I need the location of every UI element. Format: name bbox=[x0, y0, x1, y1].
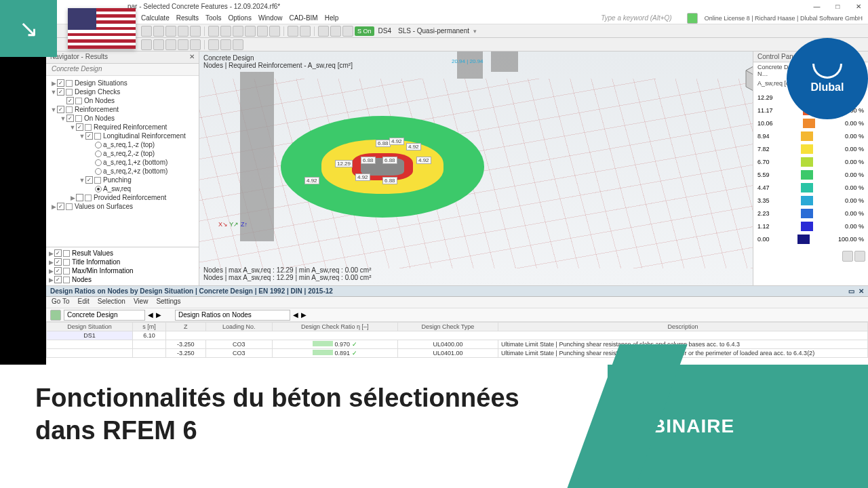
checkbox-icon[interactable] bbox=[57, 106, 64, 113]
checkbox-icon[interactable] bbox=[85, 132, 93, 140]
print-icon[interactable] bbox=[269, 26, 280, 37]
minimize-button[interactable]: — bbox=[807, 3, 826, 10]
tool-icon[interactable] bbox=[220, 39, 231, 50]
radio-icon[interactable] bbox=[95, 186, 102, 192]
tool-icon[interactable] bbox=[318, 26, 329, 37]
tree-toggle-icon[interactable]: ▼ bbox=[50, 89, 57, 96]
search-input[interactable]: Type a keyword (Alt+Q) bbox=[601, 14, 680, 22]
tree-item[interactable]: On Nodes bbox=[47, 96, 197, 105]
checkbox-icon[interactable] bbox=[66, 115, 74, 122]
tree-toggle-icon[interactable]: ▼ bbox=[79, 133, 85, 140]
tree-toggle-icon[interactable]: ▼ bbox=[69, 124, 76, 131]
menu-item[interactable]: Results bbox=[176, 14, 199, 22]
tree-item[interactable]: ▼Required Reinforcement bbox=[47, 123, 197, 131]
next-icon[interactable]: ▶ bbox=[301, 311, 307, 319]
col-header[interactable]: Description bbox=[498, 323, 868, 331]
menu-item[interactable]: Window bbox=[258, 14, 283, 22]
navigator-tree[interactable]: ▶Design Situations▼Design ChecksOn Nodes… bbox=[46, 76, 199, 247]
tool-icon[interactable] bbox=[178, 39, 189, 50]
radio-icon[interactable] bbox=[95, 168, 102, 175]
tree-toggle-icon[interactable]: ▼ bbox=[79, 177, 85, 184]
radio-icon[interactable] bbox=[95, 150, 102, 157]
tree-item[interactable]: ▼On Nodes bbox=[47, 114, 197, 123]
tree-toggle-icon[interactable]: ▶ bbox=[50, 203, 57, 210]
model-viewport[interactable]: Concrete Design Nodes | Required Reinfor… bbox=[199, 52, 753, 285]
checkbox-icon[interactable] bbox=[76, 194, 83, 201]
panel-close-icon[interactable]: ✕ bbox=[859, 287, 864, 295]
nav-option[interactable]: ▶Title Information bbox=[47, 258, 197, 266]
radio-icon[interactable] bbox=[95, 142, 102, 148]
tree-toggle-icon[interactable]: ▼ bbox=[50, 106, 57, 113]
panel-tool-icon[interactable] bbox=[854, 251, 865, 262]
menu-item[interactable]: CAD-BIM bbox=[289, 14, 317, 22]
redo-icon[interactable] bbox=[190, 26, 201, 37]
tree-item[interactable]: a_s,req,2,-z (top) bbox=[47, 149, 197, 158]
tree-item[interactable]: ▼Punching bbox=[47, 176, 197, 184]
addon-select[interactable]: Concrete Design bbox=[64, 310, 145, 321]
undo-icon[interactable] bbox=[178, 26, 189, 37]
menu-item[interactable]: Tools bbox=[205, 14, 221, 22]
tree-toggle-icon[interactable]: ▶ bbox=[69, 195, 76, 201]
checkbox-icon[interactable] bbox=[57, 79, 64, 87]
tool-icon[interactable] bbox=[153, 39, 164, 50]
nav-option[interactable]: ▶Max/Min Information bbox=[47, 266, 197, 275]
save-icon[interactable] bbox=[165, 26, 176, 37]
maximize-button[interactable]: □ bbox=[828, 3, 847, 10]
checkbox-icon[interactable] bbox=[54, 249, 62, 257]
panel-close-icon[interactable]: ✕ bbox=[189, 53, 195, 62]
tool-icon[interactable] bbox=[342, 26, 353, 37]
panel-dock-icon[interactable]: ▭ bbox=[848, 287, 854, 295]
tree-item[interactable]: ▼Design Checks bbox=[47, 87, 197, 96]
tree-item[interactable]: ▶Design Situations bbox=[47, 79, 197, 87]
col-header[interactable]: Loading No. bbox=[205, 323, 272, 331]
new-icon[interactable] bbox=[141, 26, 152, 37]
nav-option[interactable]: ▶Nodes bbox=[47, 275, 197, 284]
table-row[interactable]: -3.250CO3 0.970 ✓UL0400.00Ultimate Limit… bbox=[47, 340, 868, 349]
table-select[interactable]: Design Ratios on Nodes bbox=[175, 310, 290, 321]
radio-icon[interactable] bbox=[95, 159, 102, 166]
view-icon[interactable] bbox=[208, 26, 219, 37]
calc-icon[interactable] bbox=[257, 26, 268, 37]
checkbox-icon[interactable] bbox=[85, 176, 93, 184]
tree-item[interactable]: a_s,req,1,+z (bottom) bbox=[47, 158, 197, 167]
tool-icon[interactable] bbox=[141, 39, 152, 50]
prev-icon[interactable]: ◀ bbox=[293, 311, 298, 319]
menu-item[interactable]: Calculate bbox=[141, 14, 170, 22]
view-icon[interactable] bbox=[220, 26, 231, 37]
design-situation-badge[interactable]: S On bbox=[355, 26, 374, 36]
dropdown-icon[interactable]: ▾ bbox=[473, 28, 477, 35]
checkbox-icon[interactable] bbox=[57, 203, 64, 210]
sls-dropdown[interactable]: SLS - Quasi-permanent bbox=[395, 27, 472, 35]
tree-item[interactable]: ▼Reinforcement bbox=[47, 105, 197, 114]
col-header[interactable]: Z bbox=[165, 323, 205, 331]
tree-item[interactable]: ▶Values on Surfaces bbox=[47, 202, 197, 211]
tool-icon[interactable] bbox=[288, 26, 298, 37]
table-row[interactable]: -3.250CO3 0.891 ✓UL0401.00Ultimate Limit… bbox=[47, 349, 868, 358]
results-menu-item[interactable]: Settings bbox=[156, 298, 180, 307]
results-menu-item[interactable]: Go To bbox=[52, 298, 70, 307]
tool-icon[interactable] bbox=[300, 26, 311, 37]
view-icon[interactable] bbox=[233, 26, 243, 37]
tree-item[interactable]: ▼Longitudinal Reinforcement bbox=[47, 131, 197, 140]
col-header[interactable]: Design Check Ratio η [–] bbox=[272, 323, 397, 331]
panel-tool-icon[interactable] bbox=[842, 251, 853, 262]
tree-item[interactable]: a_s,req,1,-z (top) bbox=[47, 140, 197, 149]
checkbox-icon[interactable] bbox=[76, 123, 83, 131]
tool-icon[interactable] bbox=[190, 39, 201, 50]
tool-icon[interactable] bbox=[208, 39, 219, 50]
nav-option[interactable]: ▶Result Values bbox=[47, 249, 197, 258]
table-row-group[interactable]: DS16.10 bbox=[47, 331, 868, 340]
checkbox-icon[interactable] bbox=[54, 258, 62, 266]
tree-item[interactable]: ▶Provided Reinforcement bbox=[47, 193, 197, 202]
checkbox-icon[interactable] bbox=[54, 276, 62, 283]
open-icon[interactable] bbox=[153, 26, 164, 37]
tree-toggle-icon[interactable]: ▼ bbox=[60, 115, 66, 122]
menu-item[interactable]: Options bbox=[228, 14, 251, 22]
checkbox-icon[interactable] bbox=[57, 88, 64, 96]
results-menu-item[interactable]: Edit bbox=[78, 298, 90, 307]
col-header[interactable]: s [m] bbox=[133, 323, 166, 331]
col-header[interactable]: Design Situation bbox=[47, 323, 133, 331]
results-table[interactable]: Design Situation s [m] Z Loading No. Des… bbox=[46, 322, 868, 365]
tool-icon[interactable] bbox=[330, 26, 341, 37]
menu-item[interactable]: Help bbox=[325, 14, 339, 22]
